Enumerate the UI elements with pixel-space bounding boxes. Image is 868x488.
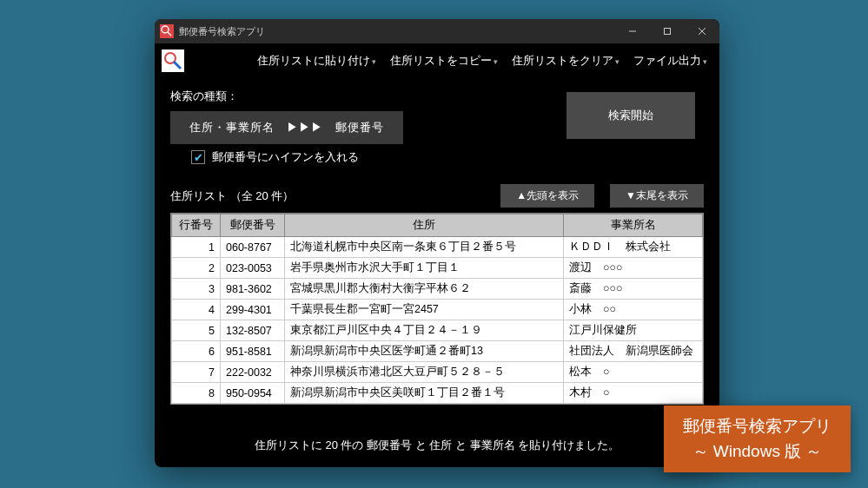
search-start-button[interactable]: 検索開始 — [567, 92, 695, 139]
cell-zip: 222-0032 — [221, 362, 285, 383]
table-row[interactable]: 3981-3602宮城県黒川郡大衡村大衡字平林６２斎藤 ○○○ — [172, 279, 703, 300]
cell-office: 江戸川保健所 — [564, 320, 703, 341]
app-icon — [162, 49, 184, 72]
menu-paste-label: 住所リストに貼り付け — [257, 53, 370, 69]
cell-address: 北海道札幌市中央区南一条東６丁目２番５号 — [285, 237, 564, 258]
hyphen-checkbox-label: 郵便番号にハイフンを入れる — [212, 149, 359, 165]
cell-zip: 023-0053 — [221, 258, 285, 279]
cell-address: 新潟県新潟市中央区医学町通２番町13 — [285, 341, 564, 362]
col-address[interactable]: 住所 — [285, 214, 564, 237]
minimize-button[interactable] — [615, 19, 650, 43]
scroll-top-button[interactable]: ▲先頭を表示 — [500, 184, 594, 208]
promo-banner: 郵便番号検索アプリ ～ Windows 版 ～ — [664, 406, 851, 472]
table-row[interactable]: 4299-4301千葉県長生郡一宮町一宮2457小林 ○○ — [172, 300, 703, 320]
window-title: 郵便番号検索アプリ — [179, 25, 265, 38]
address-table: 行番号 郵便番号 住所 事業所名 1060-8767北海道札幌市中央区南一条東６… — [170, 213, 704, 405]
menu-export-label: ファイル出力 — [633, 53, 701, 69]
table-row[interactable]: 8950-0954新潟県新潟市中央区美咲町１丁目２番１号木村 ○ — [172, 383, 703, 404]
cell-row: 7 — [172, 362, 221, 383]
cell-office: 社団法人 新潟県医師会 — [564, 341, 703, 362]
cell-office: 木村 ○ — [564, 383, 703, 404]
menu-export[interactable]: ファイル出力 ▾ — [628, 49, 712, 72]
maximize-button[interactable] — [650, 19, 685, 43]
cell-zip: 132-8507 — [221, 320, 285, 341]
cell-office: ＫＤＤＩ 株式会社 — [564, 237, 703, 258]
table-row[interactable]: 6951-8581新潟県新潟市中央区医学町通２番町13社団法人 新潟県医師会 — [172, 341, 703, 362]
close-button[interactable] — [685, 19, 719, 43]
chevron-down-icon: ▾ — [494, 57, 498, 66]
menu-paste[interactable]: 住所リストに貼り付け ▾ — [252, 49, 381, 72]
cell-zip: 951-8581 — [221, 341, 285, 362]
cell-address: 岩手県奥州市水沢大手町１丁目１ — [285, 258, 564, 279]
hyphen-checkbox[interactable]: ✔ — [191, 150, 205, 164]
cell-zip: 060-8767 — [221, 237, 285, 258]
search-type-button[interactable]: 住所・事業所名 ▶▶▶ 郵便番号 — [170, 111, 403, 144]
chevron-down-icon: ▾ — [703, 57, 707, 66]
menu-copy-label: 住所リストをコピー — [390, 53, 492, 69]
content-area: 検索の種類： 住所・事業所名 ▶▶▶ 郵便番号 ✔ 郵便番号にハイフンを入れる … — [155, 78, 719, 467]
scroll-bottom-button[interactable]: ▼末尾を表示 — [610, 184, 704, 208]
table-row[interactable]: 5132-8507東京都江戸川区中央４丁目２４－１９江戸川保健所 — [172, 320, 703, 341]
cell-address: 千葉県長生郡一宮町一宮2457 — [285, 300, 564, 320]
titlebar[interactable]: 郵便番号検索アプリ — [155, 19, 719, 43]
toolbar: 住所リストに貼り付け ▾ 住所リストをコピー ▾ 住所リストをクリア ▾ ファイ… — [155, 43, 719, 78]
cell-row: 8 — [172, 383, 221, 404]
cell-address: 神奈川県横浜市港北区大豆戸町５２８－５ — [285, 362, 564, 383]
table-row[interactable]: 7222-0032神奈川県横浜市港北区大豆戸町５２８－５松本 ○ — [172, 362, 703, 383]
cell-office: 松本 ○ — [564, 362, 703, 383]
cell-address: 新潟県新潟市中央区美咲町１丁目２番１号 — [285, 383, 564, 404]
cell-address: 東京都江戸川区中央４丁目２４－１９ — [285, 320, 564, 341]
app-icon-small — [160, 24, 174, 38]
cell-row: 4 — [172, 300, 221, 320]
cell-zip: 299-4301 — [221, 300, 285, 320]
menu-copy[interactable]: 住所リストをコピー ▾ — [385, 49, 503, 72]
menu-clear-label: 住所リストをクリア — [512, 53, 613, 69]
col-row[interactable]: 行番号 — [172, 214, 221, 237]
status-message: 住所リストに 20 件の 郵便番号 と 住所 と 事業所名 を貼り付けました。 — [170, 425, 704, 458]
cell-zip: 950-0954 — [221, 383, 285, 404]
banner-line2: ～ Windows 版 ～ — [683, 439, 832, 465]
cell-row: 6 — [172, 341, 221, 362]
cell-row: 1 — [172, 237, 221, 258]
col-office[interactable]: 事業所名 — [564, 214, 703, 237]
col-zip[interactable]: 郵便番号 — [221, 214, 285, 237]
list-title: 住所リスト （全 20 件） — [170, 188, 294, 204]
chevron-down-icon: ▾ — [372, 57, 376, 66]
cell-office: 斎藤 ○○○ — [564, 279, 703, 300]
cell-office: 渡辺 ○○○ — [564, 258, 703, 279]
menu-clear[interactable]: 住所リストをクリア ▾ — [507, 49, 625, 72]
cell-row: 2 — [172, 258, 221, 279]
cell-row: 3 — [172, 279, 221, 300]
cell-zip: 981-3602 — [221, 279, 285, 300]
app-window: 郵便番号検索アプリ 住所リストに貼り付け ▾ 住所リストをコピー ▾ 住所リスト… — [155, 19, 719, 467]
table-row[interactable]: 2023-0053岩手県奥州市水沢大手町１丁目１渡辺 ○○○ — [172, 258, 703, 279]
table-row[interactable]: 1060-8767北海道札幌市中央区南一条東６丁目２番５号ＫＤＤＩ 株式会社 — [172, 237, 703, 258]
banner-line1: 郵便番号検索アプリ — [683, 414, 832, 439]
cell-address: 宮城県黒川郡大衡村大衡字平林６２ — [285, 279, 564, 300]
chevron-down-icon: ▾ — [615, 57, 620, 66]
svg-rect-4 — [665, 29, 671, 35]
cell-row: 5 — [172, 320, 221, 341]
cell-office: 小林 ○○ — [564, 300, 703, 320]
